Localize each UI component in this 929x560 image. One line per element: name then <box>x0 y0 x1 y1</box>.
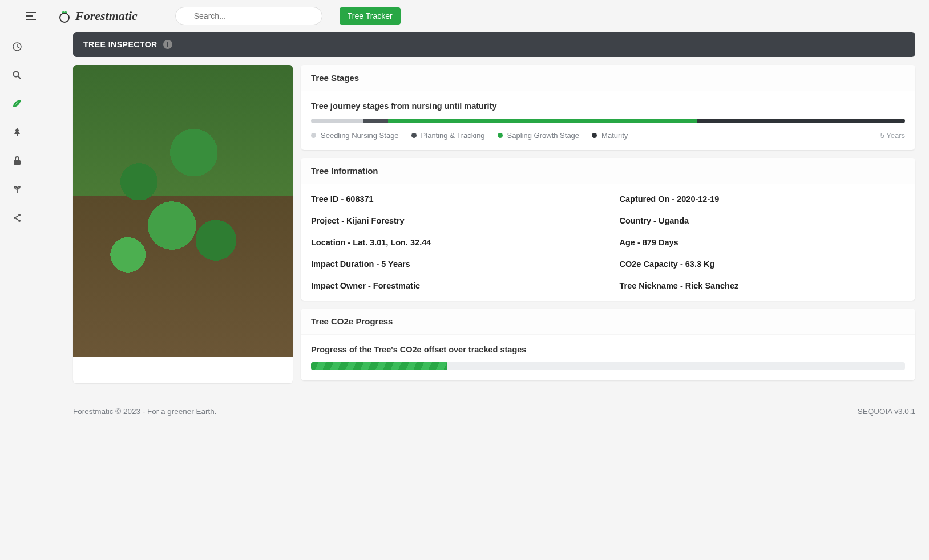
legend-maturity: Maturity <box>592 131 628 140</box>
svg-point-4 <box>14 72 19 77</box>
dot-nursing-icon <box>311 133 316 138</box>
co2-progress-bar <box>311 362 905 370</box>
stage-legend: Seedling Nursing Stage Planting & Tracki… <box>311 131 905 140</box>
sprout-icon[interactable] <box>7 179 27 200</box>
app-logo[interactable]: Forestmatic <box>57 9 138 23</box>
lock-icon[interactable] <box>7 151 27 171</box>
page-title: TREE INSPECTOR <box>83 40 157 49</box>
dot-sapling-icon <box>498 133 503 138</box>
topbar: Forestmatic Tree Tracker <box>0 0 929 32</box>
hamburger-menu[interactable] <box>14 12 48 20</box>
legend-planting-label: Planting & Tracking <box>421 131 485 140</box>
legend-sapling: Sapling Growth Stage <box>498 131 579 140</box>
stage-progress-bar <box>311 119 905 123</box>
share-icon[interactable] <box>7 208 27 228</box>
info-co2-capacity: CO2e Capacity - 63.3 Kg <box>620 259 906 269</box>
search-input[interactable] <box>175 7 322 25</box>
tree-stages-card: Tree Stages Tree journey stages from nur… <box>301 65 915 150</box>
info-project: Project - Kijani Forestry <box>311 216 597 225</box>
svg-rect-6 <box>14 160 21 165</box>
search-wrap <box>175 7 322 25</box>
info-impact-owner: Impact Owner - Forestmatic <box>311 281 597 290</box>
tree-photo <box>73 65 293 357</box>
svg-line-5 <box>18 76 21 79</box>
info-tree-id: Tree ID - 608371 <box>311 194 597 204</box>
info-country: Country - Uganda <box>620 216 906 225</box>
co2-progress-fill <box>311 362 447 370</box>
logo-text: Forestmatic <box>75 9 138 23</box>
co2-subtitle: Progress of the Tree's CO2e offset over … <box>311 345 905 354</box>
info-captured-on: Captured On - 2020-12-19 <box>620 194 906 204</box>
co2-card-title: Tree CO2e Progress <box>301 309 915 335</box>
forest-icon[interactable] <box>7 122 27 143</box>
legend-nursing: Seedling Nursing Stage <box>311 131 399 140</box>
legend-planting: Planting & Tracking <box>411 131 485 140</box>
info-location: Location - Lat. 3.01, Lon. 32.44 <box>311 238 597 247</box>
dot-maturity-icon <box>592 133 597 138</box>
info-grid: Tree ID - 608371 Captured On - 2020-12-1… <box>311 194 905 290</box>
footer: Forestmatic © 2023 - For a greener Earth… <box>0 397 929 426</box>
tree-info-card: Tree Information Tree ID - 608371 Captur… <box>301 158 915 301</box>
stages-subtitle: Tree journey stages from nursing until m… <box>311 102 905 111</box>
stage-seg-planting <box>363 119 389 123</box>
sidebar <box>0 32 34 397</box>
info-impact-duration: Impact Duration - 5 Years <box>311 259 597 269</box>
stage-seg-nursing <box>311 119 363 123</box>
legend-nursing-label: Seedling Nursing Stage <box>321 131 399 140</box>
info-age: Age - 879 Days <box>620 238 906 247</box>
tree-tracker-button[interactable]: Tree Tracker <box>340 7 401 25</box>
search-nav-icon[interactable] <box>7 65 27 86</box>
page-header: TREE INSPECTOR i <box>73 32 915 57</box>
stages-card-title: Tree Stages <box>301 65 915 91</box>
footer-right: SEQUOIA v3.0.1 <box>858 407 915 416</box>
dot-planting-icon <box>411 133 417 138</box>
legend-sapling-label: Sapling Growth Stage <box>507 131 579 140</box>
main-content: TREE INSPECTOR i Tree Stages Tree journe… <box>34 32 929 397</box>
stage-seg-maturity <box>697 119 905 123</box>
footer-left: Forestmatic © 2023 - For a greener Earth… <box>73 407 217 416</box>
tree-image-card <box>73 65 293 383</box>
svg-point-0 <box>60 13 69 22</box>
dashboard-icon[interactable] <box>7 36 27 57</box>
info-card-title: Tree Information <box>301 158 915 184</box>
stage-seg-sapling <box>388 119 697 123</box>
info-icon[interactable]: i <box>163 40 172 49</box>
leaf-icon[interactable] <box>7 94 27 114</box>
logo-icon <box>57 9 72 23</box>
legend-maturity-label: Maturity <box>601 131 628 140</box>
co2-progress-card: Tree CO2e Progress Progress of the Tree'… <box>301 309 915 380</box>
info-tree-nickname: Tree Nickname - Rick Sanchez <box>620 281 906 290</box>
stage-duration-label: 5 Years <box>880 131 905 140</box>
